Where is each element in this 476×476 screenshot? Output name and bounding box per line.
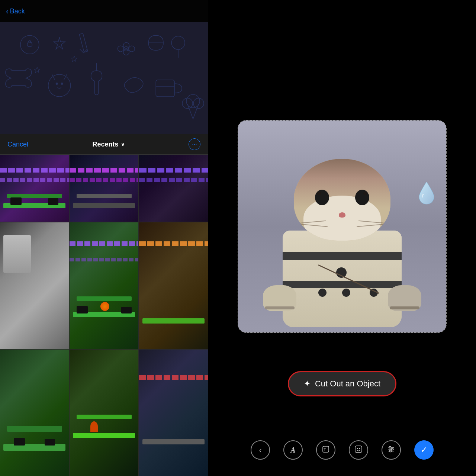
chevron-down-icon: ∨ xyxy=(121,141,125,147)
svg-point-0 xyxy=(20,35,39,54)
cat-eye-right xyxy=(355,190,369,205)
cancel-button[interactable]: Cancel xyxy=(7,141,28,148)
svg-point-23 xyxy=(359,448,360,449)
svg-point-11 xyxy=(48,74,71,97)
photo-toolbar: Cancel Recents ∨ ··· xyxy=(0,134,208,155)
back-button[interactable]: ‹ Back xyxy=(6,7,25,16)
pen-toolbar-icon: A xyxy=(290,446,295,454)
svg-rect-15 xyxy=(156,80,174,97)
svg-point-18 xyxy=(182,98,193,109)
back-toolbar-button[interactable]: ‹ xyxy=(251,440,270,460)
svg-point-16 xyxy=(186,94,200,108)
photo-cell-4[interactable] xyxy=(0,222,69,349)
svg-point-22 xyxy=(357,448,358,449)
confirm-checkmark-icon: ✓ xyxy=(421,445,427,455)
adjust-toolbar-icon xyxy=(387,445,395,455)
adjust-toolbar-button[interactable] xyxy=(382,440,401,460)
back-label: Back xyxy=(10,7,25,15)
cat-head xyxy=(294,159,390,241)
confirm-toolbar-button[interactable]: ✓ xyxy=(414,440,434,460)
cat-nose xyxy=(339,212,345,218)
text-toolbar-icon: T xyxy=(322,445,330,455)
photo-cell-2[interactable] xyxy=(70,155,138,222)
photo-grid-inner xyxy=(0,155,208,476)
photo-cell-7[interactable] xyxy=(0,350,69,476)
photo-cell-3[interactable] xyxy=(139,155,208,222)
svg-text:T: T xyxy=(324,447,326,452)
svg-point-28 xyxy=(392,448,393,450)
photo-cell-9[interactable] xyxy=(139,350,208,476)
right-panel: ✦ Cut Out an Object ‹ A T xyxy=(208,0,476,476)
image-preview-container xyxy=(238,120,446,332)
cat-eye-left xyxy=(315,190,329,205)
svg-rect-21 xyxy=(355,446,362,453)
svg-rect-2 xyxy=(79,33,88,52)
recents-button[interactable]: Recents ∨ xyxy=(93,141,125,148)
bottom-toolbar: ‹ A T xyxy=(208,435,476,465)
svg-point-17 xyxy=(193,98,204,109)
cut-out-button[interactable]: ✦ Cut Out an Object xyxy=(288,371,396,396)
svg-point-7 xyxy=(124,46,128,51)
cat-paw-left xyxy=(263,285,296,311)
wand-icon: ✦ xyxy=(304,379,311,389)
back-chevron-icon: ‹ xyxy=(6,7,9,16)
more-button[interactable]: ··· xyxy=(189,138,200,150)
cat-outfit xyxy=(283,231,402,327)
emoji-toolbar-button[interactable] xyxy=(349,440,368,460)
cut-out-label: Cut Out an Object xyxy=(315,379,380,389)
teardrop xyxy=(417,180,436,206)
top-header: ‹ Back xyxy=(0,0,208,22)
left-panel: ‹ Back xyxy=(0,0,208,476)
doodle-background xyxy=(0,22,208,134)
back-toolbar-icon: ‹ xyxy=(259,446,262,454)
image-selection-border xyxy=(238,120,446,332)
photo-grid[interactable] xyxy=(0,155,208,476)
photo-cell-1[interactable] xyxy=(0,155,69,222)
svg-point-27 xyxy=(389,446,391,448)
svg-point-12 xyxy=(56,83,58,85)
photo-cell-8[interactable] xyxy=(70,350,138,476)
photo-cell-6[interactable] xyxy=(139,222,208,349)
svg-point-5 xyxy=(129,46,135,52)
cat-paw-right xyxy=(388,285,421,311)
emoji-toolbar-icon xyxy=(354,445,363,455)
more-icon: ··· xyxy=(192,141,197,148)
cat-image xyxy=(238,120,446,332)
svg-point-13 xyxy=(61,83,63,85)
svg-point-6 xyxy=(118,46,123,52)
svg-point-29 xyxy=(390,450,392,452)
recents-label: Recents xyxy=(93,141,119,148)
cut-out-section: ✦ Cut Out an Object xyxy=(208,364,476,404)
photo-cell-5[interactable] xyxy=(70,222,138,349)
text-toolbar-button[interactable]: T xyxy=(316,440,335,460)
svg-point-9 xyxy=(171,36,185,49)
top-spacer xyxy=(208,15,476,89)
doodle-svg xyxy=(0,22,208,134)
pen-toolbar-button[interactable]: A xyxy=(283,440,303,460)
